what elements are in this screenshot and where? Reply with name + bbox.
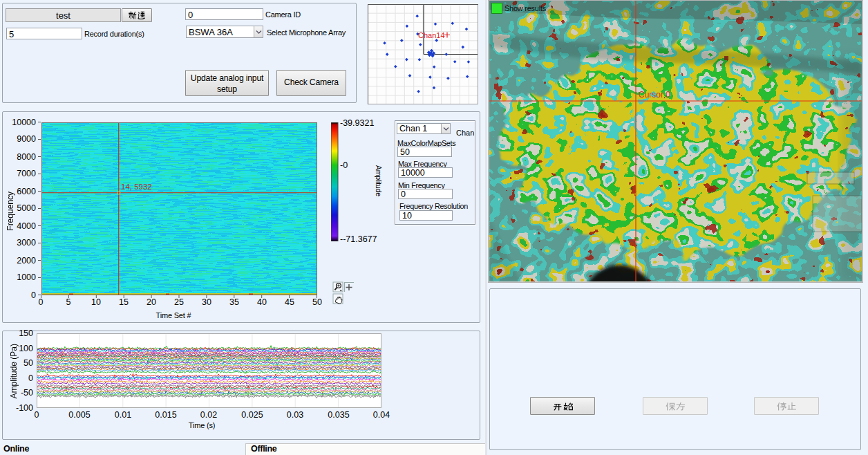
svg-text:Cursor 0: Cursor 0 bbox=[639, 90, 670, 100]
